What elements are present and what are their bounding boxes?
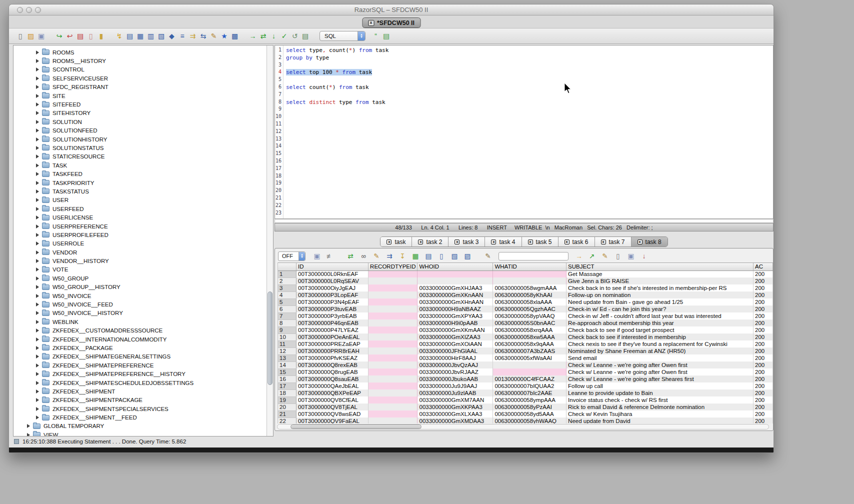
tree-item-userlicense[interactable]: USERLICENSE [14, 213, 266, 222]
grid-row-number[interactable]: 1 [278, 270, 296, 278]
grid-cell[interactable]: 200 [754, 404, 773, 410]
sql-editor[interactable]: 1234567891011121314151617181920212223 se… [274, 45, 774, 219]
results-search-input[interactable] [498, 252, 568, 260]
grid-cell[interactable]: 0013000000C4fFCAAZ [493, 376, 566, 382]
grid-cell[interactable] [368, 312, 418, 320]
grid-cell[interactable] [493, 278, 566, 284]
connect-icon[interactable]: ↪ [54, 31, 64, 41]
disclosure-triangle-icon[interactable] [36, 320, 39, 324]
tab-close-icon[interactable]: x [368, 20, 374, 26]
grid-cell[interactable] [368, 320, 418, 326]
tab-close-icon[interactable]: x [601, 240, 606, 244]
grid-cell[interactable]: Check back to see if interested in membe… [566, 334, 754, 340]
grid-cell[interactable]: 006300000058ympAAA [493, 396, 566, 404]
tree-item-w50_invoice[interactable]: W50_INVOICE [14, 292, 266, 300]
tab-close-icon[interactable]: x [386, 240, 392, 244]
grid-cell[interactable] [493, 368, 566, 376]
disclosure-triangle-icon[interactable] [36, 120, 39, 124]
disclosure-triangle-icon[interactable] [36, 233, 39, 237]
grid-cell[interactable]: 200 [754, 396, 773, 404]
grid-cell[interactable]: Need update from David [566, 418, 754, 424]
disclosure-triangle-icon[interactable] [36, 181, 39, 185]
execute-forward-icon[interactable]: → [248, 31, 258, 41]
tree-item-zkfedex__customaddresssource[interactable]: ZKFEDEX__CUSTOMADDRESSSOURCE [14, 326, 266, 335]
table-search-icon[interactable]: ▩ [230, 31, 240, 41]
grid-cell[interactable]: 00T3000000QBXPeEAP [296, 390, 368, 396]
grid-cell[interactable]: 00T3000000P46qnEAB [296, 320, 368, 326]
fetch-more-icon[interactable]: ↓ [638, 251, 650, 261]
result-tab-task-7[interactable]: xtask 7 [594, 237, 631, 246]
grid-cell[interactable]: Give Jenn a BIG RAISE [566, 278, 754, 284]
grid-cell[interactable]: 200 [754, 284, 773, 292]
grid-cell[interactable]: 006300000058x9qAAA [493, 340, 566, 348]
grid-cell[interactable]: 006300000058yPzAAI [493, 404, 566, 410]
execute-sql-icon[interactable]: ↯ [114, 31, 124, 41]
disclosure-triangle-icon[interactable] [36, 407, 39, 411]
reexecute-icon[interactable]: ⇄ [258, 31, 268, 41]
copy-with-headers-icon[interactable]: ▨ [462, 251, 473, 261]
disclosure-triangle-icon[interactable] [36, 68, 39, 72]
grid-cell[interactable] [493, 362, 566, 368]
grid-cell[interactable]: 00T3000000L0RknEAF [296, 270, 368, 278]
grid-row-number[interactable]: 20 [278, 404, 296, 410]
edit-cell-icon[interactable]: ✎ [371, 251, 382, 261]
grid-cell[interactable]: Need update from Bain - gave go ahead 1/… [566, 298, 754, 306]
tree-item-zkfedex__shipment[interactable]: ZKFEDEX__SHIPMENT [14, 387, 266, 396]
result-tab-task-6[interactable]: xtask 6 [558, 237, 594, 246]
commit-icon[interactable]: ✓ [279, 31, 290, 41]
disclosure-triangle-icon[interactable] [27, 424, 30, 428]
tree-item-vote[interactable]: VOTE [14, 266, 266, 274]
tree-item-solutionstatus[interactable]: SOLUTIONSTATUS [14, 144, 266, 152]
grid-cell[interactable]: 00T3000000PREZaEAP [296, 340, 368, 348]
tree-item-user[interactable]: USER [14, 196, 266, 204]
schema-tree[interactable]: ROOMSROOMS__HISTORYSCONTROLSELFSERVICEUS… [14, 46, 266, 436]
grid-cell[interactable]: 006300000058wgmAAA [493, 284, 566, 292]
tree-item-taskpriority[interactable]: TASKPRIORITY [14, 178, 266, 187]
tab-close-icon[interactable]: x [564, 240, 570, 244]
result-tab-task-5[interactable]: xtask 5 [522, 237, 558, 246]
statement-type-select[interactable]: SQL ▲▼ [320, 31, 366, 41]
tree-item-zkfedex__shipmentspecialservices[interactable]: ZKFEDEX__SHIPMENTSPECIALSERVICES [14, 404, 266, 413]
disclosure-triangle-icon[interactable] [36, 50, 39, 54]
tree-item-sitehistory[interactable]: SITEHISTORY [14, 109, 266, 118]
grid-cell[interactable]: Re-approach about membership this year [566, 320, 754, 326]
tree-item-selfserviceuser[interactable]: SELFSERVICEUSER [14, 74, 266, 82]
grid-cell[interactable]: 00630000007bIQUAA2 [493, 382, 566, 390]
tree-item-w50_invoice__feed[interactable]: W50_INVOICE__FEED [14, 300, 266, 308]
grid-cell[interactable]: Check back in to see if she's interested… [566, 284, 754, 292]
disclosure-triangle-icon[interactable] [36, 416, 39, 420]
grid-column-header[interactable]: RECORDTYPEID [368, 263, 418, 270]
grid-cell[interactable]: 200 [754, 410, 773, 418]
grid-cell[interactable]: 00T3000000QV8CfEAL [296, 396, 368, 404]
tree-item-staticresource[interactable]: STATICRESOURCE [14, 152, 266, 161]
tree-item-rooms__history[interactable]: ROOMS__HISTORY [14, 56, 266, 65]
grid-cell[interactable]: 200 [754, 278, 773, 284]
close-window-button[interactable] [17, 7, 23, 13]
grid-cell[interactable]: 200 [754, 334, 773, 340]
view-text-icon[interactable]: ▯ [612, 251, 624, 261]
results-hscrollbar-thumb[interactable] [290, 424, 422, 429]
grid-cell[interactable]: 0033000000HirF8AAJ [418, 354, 493, 362]
tree-item-w50_group__history[interactable]: W50_GROUP__HISTORY [14, 283, 266, 292]
grid-cell[interactable]: 0033000000JbvRJAAZ [418, 368, 493, 376]
grid-cell[interactable]: 200 [754, 348, 773, 354]
refresh-results-icon[interactable]: ⇄ [345, 251, 356, 261]
tree-item-w50_group[interactable]: W50_GROUP [14, 274, 266, 282]
grid-cell[interactable]: 006300000058yKhAAI [493, 292, 566, 298]
grid-cell[interactable]: 006300000058yd5AAA [493, 410, 566, 418]
grid-row-number[interactable]: 2 [278, 278, 296, 284]
tree-item-zkfedex__shipmatescheduledjobssettings[interactable]: ZKFEDEX__SHIPMATESCHEDULEDJOBSSETTINGS [14, 378, 266, 387]
grid-cell[interactable] [368, 326, 418, 334]
tree-scrollbar[interactable] [266, 46, 273, 436]
grid-cell[interactable]: Check nexis to see if they've found a re… [566, 340, 754, 348]
result-tab-task-4[interactable]: xtask 4 [484, 237, 521, 246]
grid-cell[interactable]: 200 [754, 368, 773, 376]
indent-icon[interactable]: ⇉ [188, 31, 198, 41]
disclosure-triangle-icon[interactable] [36, 250, 39, 254]
list-green-icon[interactable]: ▤ [381, 31, 392, 41]
grid-cell[interactable]: 006300000058ypVAAQ [493, 312, 566, 320]
grid-row-number[interactable]: 12 [278, 348, 296, 354]
grid-cell[interactable]: 00T3000000PRR8rEAH [296, 348, 368, 354]
auto-commit-select[interactable]: OFF ▲▼ [278, 252, 306, 261]
disclosure-triangle-icon[interactable] [36, 94, 39, 98]
